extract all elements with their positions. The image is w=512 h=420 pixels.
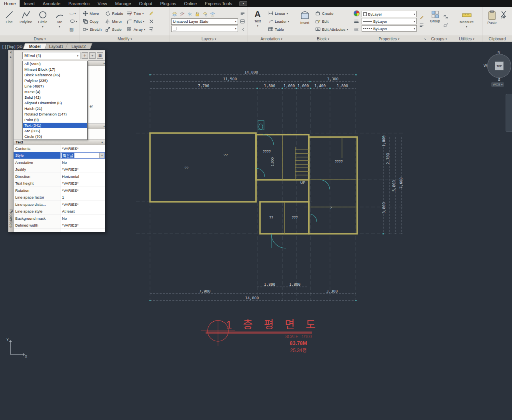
linetype-button[interactable] [353, 26, 360, 33]
properties-list-button[interactable] [418, 22, 425, 29]
dropdown-item[interactable]: Polyline (235) [23, 78, 87, 84]
tab-model[interactable]: Model [23, 43, 47, 49]
tab-output[interactable]: Output [135, 0, 156, 7]
fillet-flyout-chevron-icon[interactable]: ▾ [143, 20, 144, 23]
section-header-partial[interactable]: ▴ [88, 60, 105, 66]
move-tool-button[interactable]: Move [81, 9, 103, 17]
clipboard-cutoff-button[interactable] [501, 8, 507, 34]
match-properties-button[interactable] [418, 14, 425, 21]
object-color-combo[interactable]: ByLayer▾ [362, 11, 417, 17]
dropdown-item[interactable]: MText (4) [23, 89, 87, 95]
property-row-background-mask[interactable]: Background maskNo [14, 215, 105, 222]
text-tool-button[interactable]: A Text ▾ [249, 8, 266, 34]
copy-tool-button[interactable]: Copy [81, 17, 103, 25]
tab-parametric[interactable]: Parametric [64, 0, 94, 7]
palette-close-icon[interactable]: ✕ [10, 51, 12, 54]
layer-freeze-button[interactable] [186, 11, 193, 18]
edit-attributes-chevron-icon[interactable]: ▾ [347, 28, 348, 31]
insert-block-button[interactable]: Insert [296, 8, 313, 34]
lineweight-combo[interactable]: ByLayer▾ [362, 18, 417, 24]
panel-label-modify[interactable]: Modify▾ [80, 36, 170, 42]
circle-flyout-chevron-icon[interactable]: ▾ [42, 25, 44, 28]
property-value[interactable]: Horizontal [60, 173, 105, 180]
tab-online[interactable]: Online [180, 0, 201, 7]
tab-plugins[interactable]: Plug-ins [156, 0, 180, 7]
property-row-style[interactable]: Style작은글▾ [14, 152, 105, 159]
linetype-combo[interactable]: ByLayer▾ [362, 25, 417, 32]
tab-layout2[interactable]: Layout2 [66, 43, 92, 49]
viewcube-north-label[interactable]: N [498, 50, 500, 54]
dropdown-item[interactable]: Circle (70) [23, 134, 87, 139]
panel-label-utilities[interactable]: Utilities▾ [451, 36, 482, 42]
layer-lock-button[interactable] [194, 11, 201, 18]
property-value[interactable]: *VARIES* [60, 166, 105, 173]
array-tool-button[interactable]: Array▾ [125, 25, 146, 33]
erase-tool-button[interactable] [148, 10, 155, 17]
property-value[interactable]: No [60, 215, 105, 222]
layer-match-button[interactable] [209, 11, 216, 18]
dropdown-item[interactable]: Point (9) [23, 117, 87, 123]
select-objects-button[interactable]: ⌖ [89, 52, 96, 59]
panel-label-draw[interactable]: Draw▾ [0, 36, 80, 42]
measure-button[interactable]: Measure ▾ [456, 8, 477, 34]
edit-block-button[interactable]: Edit [314, 17, 349, 25]
layer-isolate-button[interactable] [202, 11, 208, 18]
ribbon-options-icon[interactable]: ▾ [239, 1, 247, 6]
viewcube-west-label[interactable]: W [484, 64, 487, 68]
group-button[interactable]: Group [428, 8, 442, 34]
arc-flyout-chevron-icon[interactable]: ▾ [59, 25, 60, 28]
object-color-button[interactable] [353, 10, 360, 17]
property-row-justify[interactable]: Justify*VARIES* [14, 166, 105, 173]
object-type-selector[interactable]: MText (4) ▾ [22, 52, 80, 59]
rotate-tool-button[interactable]: Rotate [104, 9, 124, 17]
line-tool-button[interactable]: Line [1, 8, 17, 34]
property-row-line-space-factor[interactable]: Line space factor1 [14, 194, 105, 201]
panel-label-groups[interactable]: Groups▾ [427, 36, 451, 42]
property-value[interactable]: At least [60, 208, 105, 215]
array-flyout-chevron-icon[interactable]: ▾ [144, 28, 146, 31]
navigation-bar[interactable] [506, 94, 512, 132]
leader-flyout-chevron-icon[interactable]: ▾ [288, 20, 290, 23]
tab-manage[interactable]: Manage [111, 0, 135, 7]
paste-button[interactable]: Paste [484, 8, 500, 34]
linear-dimension-button[interactable]: Linear▾ [267, 9, 290, 17]
rectangle-tool-button[interactable]: ▭▾ [69, 10, 78, 17]
scale-tool-button[interactable]: Scale [104, 25, 124, 33]
lineweight-button[interactable] [353, 18, 360, 25]
trim-flyout-chevron-icon[interactable]: ▾ [142, 12, 144, 15]
hatch-tool-button[interactable]: ▨ [69, 26, 78, 33]
dropdown-item[interactable]: MInsert Block (17) [23, 67, 87, 72]
measure-flyout-chevron-icon[interactable]: ▾ [466, 25, 468, 28]
property-row-contents[interactable]: Contents*VARIES* [14, 145, 105, 152]
group-edit-button[interactable] [443, 22, 449, 29]
property-value[interactable]: *VARIES* [60, 201, 105, 208]
viewcube-top-face[interactable]: TOP [495, 62, 504, 70]
tab-insert[interactable]: Insert [20, 0, 39, 7]
dropdown-item[interactable]: Aligned Dimension (6) [23, 100, 87, 106]
panel-label-clipboard[interactable]: Clipboard [482, 36, 512, 42]
text-flyout-chevron-icon[interactable]: ▾ [257, 24, 258, 27]
property-value[interactable]: *VARIES* [60, 187, 105, 194]
dropdown-item[interactable]: Solid (42) [23, 95, 87, 100]
property-row-line-space-style[interactable]: Line space styleAt least [14, 208, 105, 215]
tab-home[interactable]: Home [0, 0, 20, 7]
panel-label-properties[interactable]: Properties▾↘ [351, 36, 427, 42]
mirror-tool-button[interactable]: Mirror [104, 17, 124, 25]
dropdown-item[interactable]: Line (4667) [23, 84, 87, 89]
property-value[interactable]: *VARIES* [60, 222, 105, 229]
property-row-rotation[interactable]: Rotation*VARIES* [14, 187, 105, 194]
table-button[interactable]: Table [267, 25, 290, 33]
pickadd-toggle-button[interactable]: ＋ [82, 52, 88, 59]
properties-dialog-launcher-icon[interactable]: ↘ [424, 38, 426, 41]
property-value[interactable]: *VARIES* [60, 180, 105, 187]
dropdown-item[interactable]: Arc (305) [23, 128, 87, 134]
ungroup-button[interactable] [443, 14, 449, 21]
section-header-partial[interactable]: ▴ [88, 123, 105, 129]
stretch-tool-button[interactable]: Stretch [81, 25, 103, 33]
style-combo-chevron-icon[interactable]: ▾ [99, 153, 104, 159]
arc-tool-button[interactable]: Arc ▾ [52, 8, 68, 34]
leader-button[interactable]: Leader▾ [267, 17, 290, 25]
polyline-tool-button[interactable]: Polyline [18, 8, 34, 34]
dropdown-item-selected[interactable]: Text (341) [23, 123, 87, 128]
layer-off-button[interactable] [179, 11, 186, 18]
